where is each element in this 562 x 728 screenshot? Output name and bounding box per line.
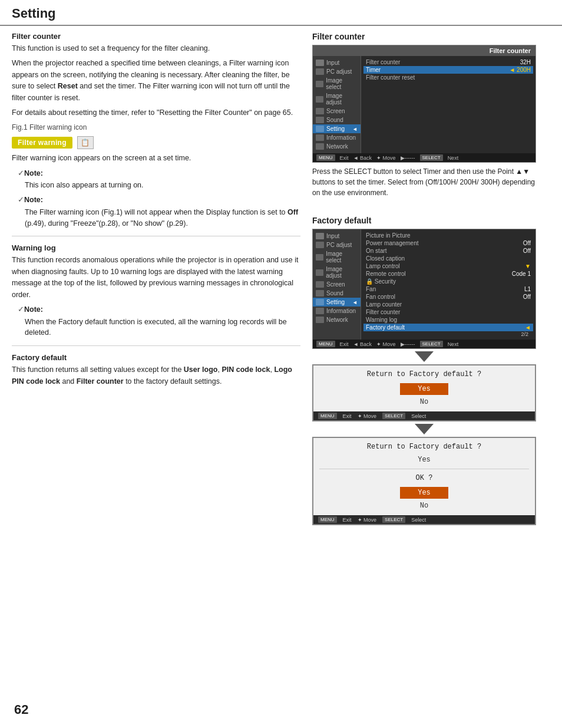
screen-icon (316, 108, 324, 114)
dialog1-yes-btn[interactable]: Yes (400, 383, 448, 395)
fd-pc-icon (316, 242, 324, 248)
filter-counter-panel-bottom: MENU Exit ◄ Back ✦ Move ▶------ SELECT N… (313, 153, 535, 162)
pc-icon (316, 68, 324, 75)
sound-icon (316, 117, 324, 123)
imgadj-icon (316, 96, 323, 103)
fig-label: Fig.1 Filter warning icon (12, 123, 87, 131)
fd-info-icon (316, 308, 324, 314)
menu-screen: Screen (313, 107, 361, 116)
setting-icon (316, 126, 324, 132)
info-icon (316, 134, 324, 141)
factory-default-panel-bottom: MENU Exit ◄ Back ✦ Move ▶------ SELECT N… (313, 340, 535, 348)
d1-menu-btn: MENU (318, 413, 337, 419)
dialog2-ok-no-btn[interactable]: No (402, 500, 446, 512)
filter-warning-badge: Filter warning (12, 137, 72, 149)
dialog2-title: Return to Factory default ? (313, 438, 535, 453)
dialog2-ok-yes-btn[interactable]: Yes (400, 487, 448, 499)
arrow-down-1 (415, 351, 434, 362)
fd-row-factory-default: Factory default ◄ (363, 324, 533, 331)
dialog2-yes-static: Yes (313, 453, 535, 467)
select-btn: SELECT (420, 154, 443, 161)
panel-page-indicator: 2/2 (366, 331, 531, 337)
menu-image-select: Image select (313, 76, 361, 91)
filter-warning-fig: Filter warning 📋 (12, 136, 300, 149)
factory-default-panel-body: Input PC adjust Image select Image (313, 229, 535, 340)
factory-default-panel-content: Picture in Picture Power management Off … (361, 229, 535, 340)
fd-setting-icon (316, 299, 324, 305)
filter-counter-panel-content: Filter counter 32H Timer ◄ 200H Filter c… (361, 56, 535, 153)
dialog2-ok-btn-row: Yes No (313, 485, 535, 515)
menu-information: Information (313, 133, 361, 142)
menu-image-adjust: Image adjust (313, 91, 361, 107)
dialog1-btn-row: Yes No (313, 381, 535, 411)
filter-counter-para2: When the projector reached a specified t… (12, 58, 300, 104)
note2-text: The Filter warning icon (Fig.1) will not… (18, 207, 300, 229)
warning-note-label: ✓Note: (18, 304, 300, 315)
dialog2-divider (319, 469, 529, 469)
filter-counter-desc: Press the SELECT button to select Timer … (312, 166, 536, 198)
warning-note-text: When the Factory default function is exe… (18, 317, 300, 339)
d1-select-btn: SELECT (382, 413, 405, 419)
fd-row-lamp-counter: Lamp counter (366, 301, 531, 308)
filter-counter-para1: This function is used to set a frequency… (12, 43, 300, 54)
fd-imgsel-icon (316, 254, 323, 261)
factory-default-menu: Input PC adjust Image select Image (313, 229, 361, 340)
filter-icon-note-text: Filter warning icon appears on the scree… (12, 153, 300, 164)
dialog1-title: Return to Factory default ? (313, 365, 535, 381)
main-content: Filter counter This function is used to … (0, 26, 562, 531)
dialog1: Return to Factory default ? Yes No MENU … (312, 364, 536, 421)
right-column: Filter counter Filter counter Input PC a… (312, 32, 550, 525)
fc-row-timer: Timer ◄ 200H (363, 66, 533, 74)
fd-row-filter-counter: Filter counter (366, 308, 531, 316)
note1-text: This icon also appears at turning on. (18, 180, 300, 191)
filter-counter-right-label: Filter counter (312, 32, 550, 41)
filter-counter-title: Filter counter (12, 32, 300, 41)
menu-btn: MENU (316, 154, 335, 161)
menu-pc-adjust: PC adjust (313, 67, 361, 76)
filter-counter-panel-body: Input PC adjust Image select Image (313, 56, 535, 153)
fd-row-onstart: On start Off (366, 247, 531, 255)
fd-menu-btn: MENU (316, 341, 335, 347)
left-column: Filter counter This function is used to … (12, 32, 300, 525)
fd-row-remote: Remote control Code 1 (366, 270, 531, 278)
fd-menu-screen: Screen (313, 280, 361, 289)
dialog2-ok-label: OK ? (313, 470, 535, 485)
fd-menu-sound: Sound (313, 289, 361, 298)
factory-default-left-title: Factory default (12, 353, 300, 362)
menu-sound: Sound (313, 116, 361, 124)
filter-counter-panel-title: Filter counter (313, 45, 535, 56)
fd-row-fan: Fan L1 (366, 285, 531, 293)
menu-network: Network (313, 142, 361, 151)
note2-block: ✓Note: The Filter warning icon (Fig.1) w… (18, 195, 300, 229)
filter-warning-icon: 📋 (77, 136, 94, 149)
filter-counter-section: Filter counter This function is used to … (12, 32, 300, 229)
factory-default-para1: This function returns all setting values… (12, 364, 300, 387)
filter-counter-para3: For details about resetting the timer, r… (12, 107, 300, 118)
arrow-down-2 (415, 424, 434, 434)
fd-menu-info: Information (313, 307, 361, 315)
arrow-down-2-container (312, 421, 536, 437)
factory-default-right-section: Factory default Input PC adjust (312, 216, 550, 525)
divider2 (12, 345, 300, 346)
dialog2-bottom: MENU Exit ✦ Move SELECT Select (313, 515, 535, 524)
page-number: 62 (14, 702, 28, 717)
fd-menu-pc: PC adjust (313, 241, 361, 249)
filter-counter-panel-menu: Input PC adjust Image select Image (313, 56, 361, 153)
network-icon (316, 143, 324, 150)
fd-select-btn: SELECT (420, 341, 443, 347)
factory-default-panel: Input PC adjust Image select Image (312, 229, 536, 349)
factory-default-right-label: Factory default (312, 216, 550, 225)
fd-menu-input: Input (313, 232, 361, 241)
warning-log-para1: This function records anomalous operatio… (12, 255, 300, 301)
note2-label: ✓Note: (18, 195, 300, 206)
filter-counter-panel: Filter counter Input PC adjust (312, 45, 536, 163)
divider1 (12, 236, 300, 236)
fd-menu-image-select: Image select (313, 249, 361, 265)
fc-row-reset: Filter counter reset (366, 74, 531, 81)
fig-line: Fig.1 Filter warning icon (12, 123, 300, 131)
d2-menu-btn: MENU (318, 516, 337, 523)
fd-sound-icon (316, 290, 324, 297)
page-title: Setting (12, 6, 56, 21)
filter-counter-right-section: Filter counter Filter counter Input PC a… (312, 32, 550, 202)
dialog1-no-btn[interactable]: No (402, 396, 446, 408)
